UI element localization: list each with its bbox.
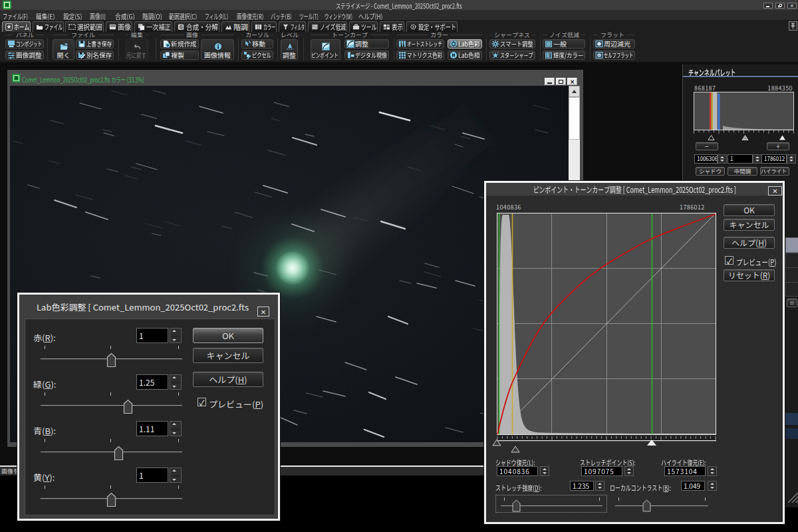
svg-text:G: G bbox=[180, 23, 183, 30]
